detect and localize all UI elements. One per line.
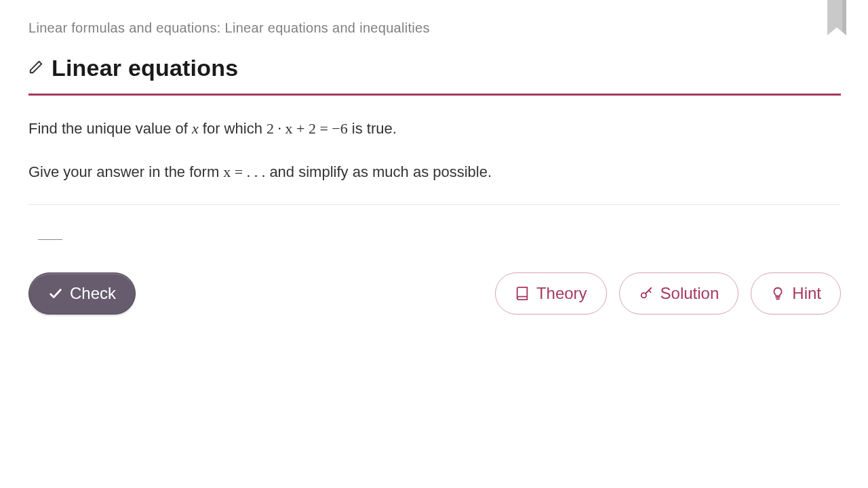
- question-block: Find the unique value of x for which 2 ·…: [28, 117, 840, 184]
- title-divider: [28, 94, 841, 96]
- hint-label: Hint: [792, 284, 821, 303]
- q2-post: and simplify as much as possible.: [265, 163, 492, 180]
- q1-equation: 2 · x + 2 = −6: [267, 120, 348, 137]
- q1-mid: for which: [199, 120, 267, 137]
- key-icon: [639, 286, 654, 301]
- question-line-1: Find the unique value of x for which 2 ·…: [28, 117, 840, 140]
- answer-area: [28, 224, 840, 264]
- answer-input[interactable]: [38, 224, 62, 240]
- theory-button[interactable]: Theory: [495, 272, 607, 314]
- q2-form: x = . . .: [223, 163, 265, 180]
- pencil-icon: [28, 60, 43, 77]
- solution-label: Solution: [660, 284, 719, 303]
- hint-button[interactable]: Hint: [751, 272, 841, 314]
- question-divider: [28, 204, 840, 205]
- question-line-2: Give your answer in the form x = . . . a…: [28, 161, 840, 184]
- q1-pre: Find the unique value of: [28, 120, 192, 137]
- solution-button[interactable]: Solution: [619, 272, 739, 314]
- q1-var: x: [192, 120, 199, 137]
- check-label: Check: [70, 284, 116, 303]
- check-button[interactable]: Check: [28, 272, 136, 314]
- q1-post: is true.: [348, 120, 397, 137]
- page-title: Linear equations: [52, 55, 238, 81]
- q2-pre: Give your answer in the form: [28, 163, 223, 180]
- theory-label: Theory: [536, 284, 587, 303]
- breadcrumb: Linear formulas and equations: Linear eq…: [28, 20, 840, 36]
- book-icon: [515, 286, 530, 301]
- check-icon: [48, 286, 63, 301]
- lightbulb-icon: [770, 286, 785, 301]
